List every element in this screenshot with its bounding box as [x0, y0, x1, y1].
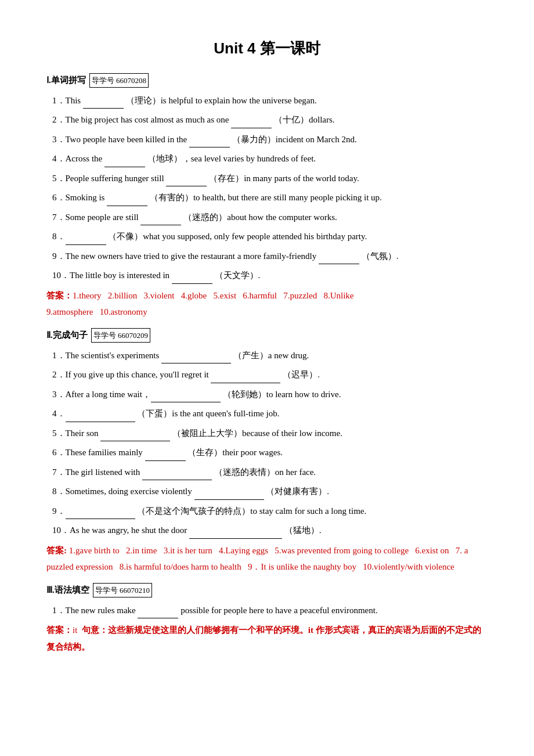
q3-num: 3．Two people have been killed in the	[52, 135, 189, 144]
section3-guide: 导学号 66070210	[93, 583, 152, 597]
section2-label: Ⅱ.完成句子	[46, 327, 88, 343]
question-item: 3．Two people have been killed in the （暴力…	[52, 131, 488, 148]
s2q7-blank	[142, 463, 212, 481]
q7-num: 7．Some people are still	[52, 213, 140, 222]
answer-label3: 答案：	[46, 625, 73, 635]
question-item: 3．After a long time wait， （轮到她）to learn …	[52, 386, 488, 403]
q10-blank	[172, 267, 212, 284]
question-item: 1．The scientist's experiments （产生）a new …	[52, 347, 488, 364]
q4-mid: （地球），sea level varies by hundreds of fee…	[145, 154, 316, 163]
q4-blank	[104, 150, 145, 167]
question-item: 6．Smoking is （有害的）to health, but there a…	[52, 189, 488, 206]
s2q8-blank	[194, 483, 264, 500]
section1-questions: 1．This （理论）is helpful to explain how the…	[52, 92, 488, 284]
q10-mid: （天文学）.	[212, 271, 261, 280]
page-title: Unit 4 第一课时	[46, 35, 488, 62]
q3-blank	[189, 131, 230, 148]
q1-num: 1．This	[52, 96, 83, 105]
section3-label: Ⅲ.语法填空	[46, 582, 89, 598]
question-item: 8． （不像）what you supposed, only few peopl…	[52, 228, 488, 245]
s2q2-blank	[211, 366, 280, 383]
q1-mid: （理论）is helpful to explain how the univer…	[124, 96, 317, 105]
answer-label: 答案:	[46, 546, 67, 555]
q10-num: 10．The little boy is interested in	[52, 271, 172, 280]
question-item: 4． （下蛋）is the ant queen's full-time job.	[52, 405, 488, 422]
explanation3: 句意：这些新规定使这里的人们能够拥有一个和平的环境。it 作形式宾语，真正的宾语…	[46, 625, 481, 651]
q7-blank	[140, 208, 181, 226]
answer-content2: 1.gave birth to 2.in time 3.it is her tu…	[46, 546, 468, 572]
section3-header: Ⅲ.语法填空 导学号 66070210	[46, 582, 488, 598]
q3-mid: （暴力的）incident on March 2nd.	[230, 135, 357, 144]
section3: Ⅲ.语法填空 导学号 66070210 1．The new rules make…	[46, 582, 488, 656]
question-item: 2．If you give up this chance, you'll reg…	[52, 366, 488, 383]
q1-blank	[83, 92, 124, 109]
q4-num: 4．Across the	[52, 154, 104, 163]
q5-num: 5．People suffering hunger still	[52, 174, 166, 183]
question-item: 7．Some people are still （迷惑的）about how t…	[52, 208, 488, 226]
question-item: 1．This （理论）is helpful to explain how the…	[52, 92, 488, 109]
section3-questions: 1．The new rules make possible for people…	[52, 602, 488, 619]
s2q3-blank	[151, 386, 221, 403]
question-item: 9．The new owners have tried to give the …	[52, 247, 488, 265]
question-item: 5．Their son （被阻止上大学）because of their low…	[52, 424, 488, 442]
question-item: 9． （不是这个淘气孩子的特点）to stay calm for such a …	[52, 502, 488, 520]
section2-answer: 答案: 1.gave birth to 2.in time 3.it is he…	[46, 542, 488, 575]
question-item: 10．As he was angry, he shut the door （猛地…	[52, 521, 488, 539]
q9-num: 9．The new owners have tried to give the …	[52, 251, 319, 261]
question-item: 2．The big project has cost almost as muc…	[52, 111, 488, 128]
q5-blank	[166, 170, 207, 187]
s2q6-blank	[145, 444, 186, 461]
section2-questions: 1．The scientist's experiments （产生）a new …	[52, 347, 488, 539]
q6-mid: （有害的）to health, but there are still many…	[147, 193, 382, 202]
question-item: 6．These families mainly （生存）their poor w…	[52, 444, 488, 461]
q7-mid: （迷惑的）about how the computer works.	[181, 213, 337, 222]
s2q1-blank	[161, 347, 231, 364]
q2-num: 2．The big project has cost almost as muc…	[52, 115, 231, 124]
answer-label: 答案：	[46, 291, 73, 300]
q8-blank	[66, 228, 106, 245]
question-item: 7．The girl listened with （迷惑的表情）on her f…	[52, 463, 488, 481]
answer-content: 1.theory 2.billion 3.violent 4.globe 5.e…	[46, 291, 354, 317]
q8-num: 8．	[52, 232, 66, 241]
section1-label: Ⅰ.单词拼写	[46, 73, 86, 88]
section1-answer: 答案：1.theory 2.billion 3.violent 4.globe …	[46, 287, 488, 321]
section2: Ⅱ.完成句子 导学号 66070209 1．The scientist's ex…	[46, 327, 488, 575]
question-item: 10．The little boy is interested in （天文学）…	[52, 267, 488, 284]
s2q4-blank	[66, 405, 135, 422]
section1: Ⅰ.单词拼写 导学号 66070208 1．This （理论）is helpfu…	[46, 73, 488, 321]
q9-mid: （气氛）.	[359, 251, 399, 261]
s2q9-blank	[66, 502, 135, 520]
s2q10-blank	[189, 521, 282, 539]
section1-guide: 导学号 66070208	[89, 73, 149, 88]
q6-num: 6．Smoking is	[52, 193, 107, 202]
question-item: 8．Sometimes, doing exercise violently （对…	[52, 483, 488, 500]
section1-header: Ⅰ.单词拼写 导学号 66070208	[46, 73, 488, 88]
section3-answer: 答案：it 句意：这些新规定使这里的人们能够拥有一个和平的环境。it 作形式宾语…	[46, 622, 488, 655]
s3q1-blank	[138, 602, 178, 619]
q2-mid: （十亿）dollars.	[272, 115, 334, 124]
q2-blank	[231, 111, 272, 128]
section2-guide: 导学号 66070209	[91, 328, 150, 343]
question-item: 4．Across the （地球），sea level varies by hu…	[52, 150, 488, 167]
question-item: 1．The new rules make possible for people…	[52, 602, 488, 619]
q9-blank	[319, 247, 359, 265]
question-item: 5．People suffering hunger still （存在）in m…	[52, 170, 488, 187]
q8-mid: （不像）what you supposed, only few people a…	[106, 232, 367, 241]
q6-blank	[107, 189, 147, 206]
s2q5-blank	[100, 424, 170, 442]
section2-header: Ⅱ.完成句子 导学号 66070209	[46, 327, 488, 343]
q5-mid: （存在）in many parts of the world today.	[207, 174, 359, 183]
